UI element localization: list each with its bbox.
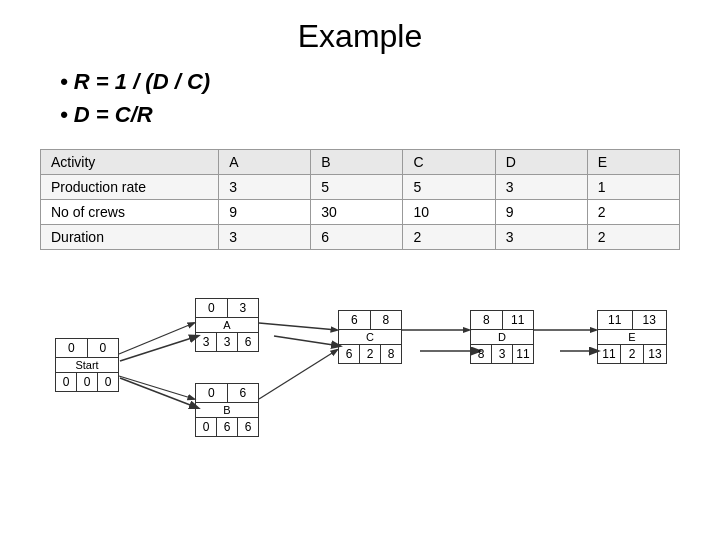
d-bot-r: 11 (513, 345, 533, 363)
cell-production-a: 3 (219, 175, 311, 200)
bb-top-r: 6 (228, 384, 259, 402)
b-bot-r: 8 (381, 345, 401, 363)
cell-production-c: 5 (403, 175, 495, 200)
a-top-left: 0 (196, 299, 228, 317)
table-row-duration: Duration 3 6 2 3 2 (41, 225, 680, 250)
cell-production-e: 1 (587, 175, 679, 200)
b-bot-m: 2 (360, 345, 381, 363)
col-header-c: C (403, 150, 495, 175)
d-bot-m: 3 (492, 345, 513, 363)
bb-bot-l: 0 (196, 418, 217, 436)
svg-line-6 (119, 376, 194, 399)
svg-line-2 (274, 336, 340, 346)
svg-line-8 (259, 350, 337, 399)
e-top-l: 11 (598, 311, 633, 329)
cell-production-b: 5 (311, 175, 403, 200)
network-diagram: 0 0 Start 0 0 0 0 3 A 3 3 6 6 8 C 6 2 (20, 268, 720, 443)
col-header-b: B (311, 150, 403, 175)
d-bot-l: 8 (471, 345, 492, 363)
start-top-right: 0 (88, 339, 119, 357)
start-bot-right: 0 (98, 373, 118, 391)
svg-line-5 (119, 323, 194, 354)
node-b-bottom: 0 6 B 0 6 6 (195, 383, 259, 437)
node-e: 11 13 E 11 2 13 (597, 310, 667, 364)
svg-line-7 (259, 323, 337, 330)
b-label: C (339, 330, 401, 345)
node-start: 0 0 Start 0 0 0 (55, 338, 119, 392)
col-header-a: A (219, 150, 311, 175)
cell-crews-d: 9 (495, 200, 587, 225)
bb-label: B (196, 403, 258, 418)
bullets-section: • R = 1 / (D / C) • D = C/R (0, 65, 720, 131)
start-bot-mid: 0 (77, 373, 98, 391)
start-label: Start (56, 358, 118, 373)
bb-bot-r: 6 (238, 418, 258, 436)
e-bot-r: 13 (644, 345, 666, 363)
cell-duration-e: 2 (587, 225, 679, 250)
cell-duration-a: 3 (219, 225, 311, 250)
a-bot-mid: 3 (217, 333, 238, 351)
cell-crews-c: 10 (403, 200, 495, 225)
node-b-top: 6 8 C 6 2 8 (338, 310, 402, 364)
col-header-activity: Activity (41, 150, 219, 175)
bb-top-l: 0 (196, 384, 228, 402)
node-d: 8 11 D 8 3 11 (470, 310, 534, 364)
bb-bot-m: 6 (217, 418, 238, 436)
e-bot-l: 11 (598, 345, 621, 363)
e-top-r: 13 (633, 311, 667, 329)
col-header-d: D (495, 150, 587, 175)
cell-duration-c: 2 (403, 225, 495, 250)
e-label: E (598, 330, 666, 345)
d-top-r: 11 (503, 311, 534, 329)
d-top-l: 8 (471, 311, 503, 329)
b-top-tl: 6 (339, 311, 371, 329)
b-bot-l: 6 (339, 345, 360, 363)
start-bot-left: 0 (56, 373, 77, 391)
cell-production-d: 3 (495, 175, 587, 200)
row-label-duration: Duration (41, 225, 219, 250)
svg-line-1 (120, 378, 198, 408)
a-top-right: 3 (228, 299, 259, 317)
cell-duration-d: 3 (495, 225, 587, 250)
table-header-row: Activity A B C D E (41, 150, 680, 175)
col-header-e: E (587, 150, 679, 175)
node-a: 0 3 A 3 3 6 (195, 298, 259, 352)
start-top-left: 0 (56, 339, 88, 357)
data-table-section: Activity A B C D E Production rate 3 5 5… (0, 149, 720, 250)
cell-crews-e: 2 (587, 200, 679, 225)
a-bot-left: 3 (196, 333, 217, 351)
svg-line-0 (120, 336, 198, 361)
a-label: A (196, 318, 258, 333)
table-row-crews: No of crews 9 30 10 9 2 (41, 200, 680, 225)
row-label-crews: No of crews (41, 200, 219, 225)
row-label-production: Production rate (41, 175, 219, 200)
cell-crews-a: 9 (219, 200, 311, 225)
cell-duration-b: 6 (311, 225, 403, 250)
bullet-2: • D = C/R (60, 98, 720, 131)
b-top-tr: 8 (371, 311, 402, 329)
cell-crews-b: 30 (311, 200, 403, 225)
a-bot-right: 6 (238, 333, 258, 351)
activity-table: Activity A B C D E Production rate 3 5 5… (40, 149, 680, 250)
table-row-production: Production rate 3 5 5 3 1 (41, 175, 680, 200)
d-label: D (471, 330, 533, 345)
bullet-1: • R = 1 / (D / C) (60, 65, 720, 98)
page-title: Example (0, 0, 720, 65)
e-bot-m: 2 (621, 345, 644, 363)
